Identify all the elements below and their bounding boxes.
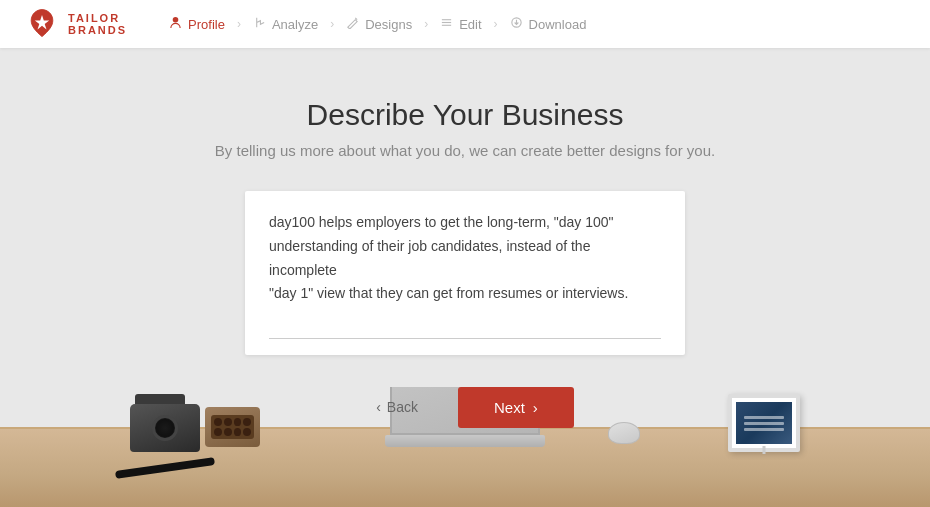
- header: TAILOR BRANDS Profile › Analyze › Design…: [0, 0, 930, 48]
- download-label: Download: [529, 17, 587, 32]
- logo-line2: BRANDS: [68, 24, 127, 36]
- nav-step-download[interactable]: Download: [500, 16, 597, 32]
- main-content: Describe Your Business By telling us mor…: [0, 48, 930, 507]
- logo-line1: TAILOR: [68, 12, 127, 24]
- chevron-icon-3: ›: [424, 17, 428, 31]
- page-subtitle: By telling us more about what you do, we…: [215, 142, 715, 159]
- profile-label: Profile: [188, 17, 225, 32]
- svg-point-0: [173, 17, 179, 23]
- logo[interactable]: TAILOR BRANDS: [24, 6, 127, 42]
- next-label: Next: [494, 399, 525, 416]
- edit-icon: [440, 16, 453, 32]
- page-title: Describe Your Business: [307, 98, 624, 132]
- designs-label: Designs: [365, 17, 412, 32]
- download-icon: [510, 16, 523, 32]
- nav-step-edit[interactable]: Edit: [430, 16, 491, 32]
- edit-label: Edit: [459, 17, 481, 32]
- description-box: [245, 191, 685, 355]
- chevron-icon-1: ›: [237, 17, 241, 31]
- chevron-icon-2: ›: [330, 17, 334, 31]
- analyze-label: Analyze: [272, 17, 318, 32]
- business-description-input[interactable]: [269, 211, 661, 330]
- nav-step-designs[interactable]: Designs: [336, 16, 422, 32]
- back-button[interactable]: ‹ Back: [356, 389, 438, 425]
- profile-icon: [169, 16, 182, 32]
- back-label: Back: [387, 399, 418, 415]
- input-underline: [269, 338, 661, 339]
- logo-icon: [24, 6, 60, 42]
- back-chevron-icon: ‹: [376, 399, 381, 415]
- button-row: ‹ Back Next ›: [356, 387, 574, 428]
- analyze-icon: [253, 16, 266, 32]
- logo-text: TAILOR BRANDS: [68, 12, 127, 36]
- next-chevron-icon: ›: [533, 399, 538, 416]
- nav-step-profile[interactable]: Profile: [159, 16, 235, 32]
- chevron-icon-4: ›: [494, 17, 498, 31]
- next-button[interactable]: Next ›: [458, 387, 574, 428]
- nav-step-analyze[interactable]: Analyze: [243, 16, 328, 32]
- nav-steps: Profile › Analyze › Designs › Edit ›: [159, 16, 596, 32]
- designs-icon: [346, 16, 359, 32]
